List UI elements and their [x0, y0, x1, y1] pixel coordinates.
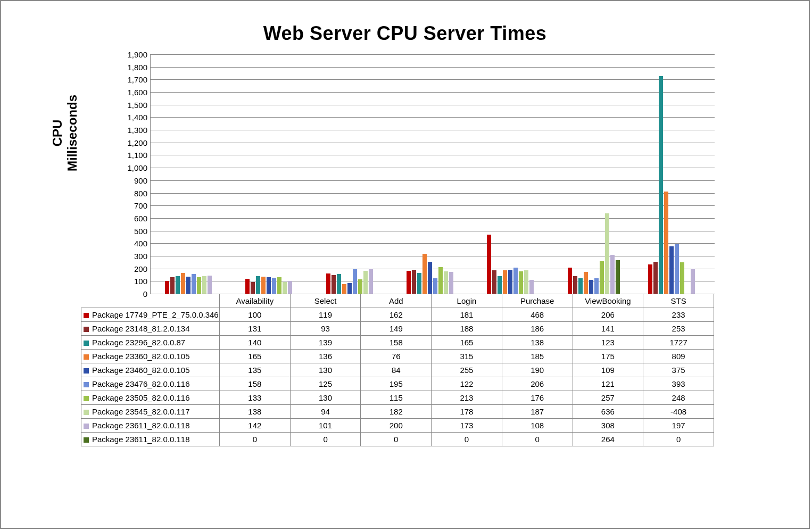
data-cell: 186: [502, 322, 573, 336]
bar: [664, 192, 668, 294]
bar: [529, 280, 534, 294]
data-cell: 100: [220, 308, 291, 322]
data-cell: 165: [220, 350, 291, 363]
data-cell: 140: [220, 336, 291, 350]
y-tick-label: 1,900: [121, 50, 147, 59]
data-cell: 136: [290, 350, 361, 363]
bar: [407, 271, 411, 294]
bar: [422, 254, 427, 294]
data-cell: 233: [643, 308, 714, 322]
y-tick-label: 1,600: [121, 88, 147, 97]
data-cell: 188: [432, 322, 502, 336]
bar: [589, 280, 593, 294]
legend-swatch-icon: [84, 424, 89, 429]
data-cell: 131: [220, 322, 291, 336]
data-cell: 133: [220, 391, 291, 405]
data-cell: 115: [361, 391, 432, 405]
series-label-text: Package 23476_82.0.0.116: [92, 379, 190, 388]
chart-area: CPU Milliseconds 01002003004005006007008…: [81, 54, 793, 517]
bar: [659, 76, 663, 294]
bar: [513, 268, 518, 294]
bar: [428, 262, 432, 294]
data-cell: 0: [502, 433, 573, 446]
data-cell: 308: [573, 419, 643, 433]
data-cell: 138: [502, 336, 573, 350]
data-cell: 175: [573, 350, 643, 363]
category-group: [553, 54, 634, 294]
bar: [605, 213, 609, 294]
bar: [256, 276, 260, 294]
bar: [600, 261, 604, 294]
table-corner-cell: [81, 294, 220, 308]
data-cell: 135: [220, 363, 291, 377]
legend-swatch-icon: [84, 313, 89, 318]
bar: [337, 274, 341, 294]
series-label-cell: Package 23360_82.0.0.105: [81, 350, 220, 363]
bar: [277, 277, 281, 294]
legend-swatch-icon: [84, 354, 89, 360]
series-label-text: Package 23611_82.0.0.118: [92, 421, 190, 430]
bar: [433, 278, 437, 294]
bar: [584, 272, 588, 294]
y-tick-label: 900: [121, 176, 147, 185]
y-tick-label: 1,200: [121, 138, 147, 147]
bar: [165, 281, 169, 294]
series-label-cell: Package 23460_82.0.0.105: [81, 363, 220, 377]
category-group: [312, 54, 392, 294]
bar: [245, 279, 250, 294]
category-header-cell: Purchase: [502, 294, 573, 308]
data-cell: 315: [432, 350, 502, 363]
table-row: Package 23611_82.0.0.1181421012001731083…: [81, 419, 714, 433]
data-cell: 0: [432, 433, 502, 446]
bar: [594, 278, 599, 294]
data-cell: 130: [290, 391, 361, 405]
category-group: [151, 54, 231, 294]
data-cell: 121: [573, 377, 643, 391]
data-cell: 84: [361, 363, 432, 377]
bar: [326, 273, 330, 294]
series-label-text: Package 23505_82.0.0.116: [92, 393, 190, 402]
y-tick-label: 700: [121, 201, 147, 210]
y-tick-label: 1,100: [121, 151, 147, 160]
series-label-cell: Package 23611_82.0.0.118: [81, 419, 220, 433]
bar: [353, 269, 357, 294]
series-label-cell: Package 23476_82.0.0.116: [81, 377, 220, 391]
data-cell: 178: [432, 405, 502, 419]
data-cell: 101: [290, 419, 361, 433]
bar: [444, 271, 448, 294]
y-tick-label: 800: [121, 188, 147, 197]
bar: [176, 276, 180, 294]
data-cell: 0: [643, 433, 714, 446]
bar: [616, 260, 620, 294]
y-tick-label: 1,500: [121, 100, 147, 109]
data-cell: 809: [643, 350, 714, 363]
legend-swatch-icon: [84, 341, 89, 346]
series-label-cell: Package 23545_82.0.0.117: [81, 405, 220, 419]
data-cell: 158: [220, 377, 291, 391]
data-cell: 181: [432, 308, 502, 322]
table-row: Package 23148_81.2.0.1341319314918818614…: [81, 322, 714, 336]
y-tick-label: 500: [121, 226, 147, 235]
data-cell: 1727: [643, 336, 714, 350]
series-label-text: Package 23460_82.0.0.105: [92, 366, 190, 375]
data-cell: 190: [502, 363, 573, 377]
bar: [669, 246, 674, 294]
series-label-text: Package 17749_PTE_2_75.0.0.346: [92, 310, 219, 319]
data-cell: 253: [643, 322, 714, 336]
series-label-cell: Package 23611_82.0.0.118: [81, 433, 220, 446]
data-cell: 125: [290, 377, 361, 391]
category-header-cell: Select: [290, 294, 361, 308]
data-cell: 213: [432, 391, 502, 405]
data-cell: 138: [220, 405, 291, 419]
y-tick-label: 1,800: [121, 62, 147, 71]
y-tick-label: 400: [121, 239, 147, 248]
data-cell: 176: [502, 391, 573, 405]
table-row: Package 17749_PTE_2_75.0.0.3461001191621…: [81, 308, 714, 322]
category-header-cell: STS: [643, 294, 714, 308]
data-table: AvailabilitySelectAddLoginPurchaseViewBo…: [81, 294, 714, 446]
data-cell: 93: [290, 322, 361, 336]
data-cell: 197: [643, 419, 714, 433]
category-group: [634, 54, 715, 294]
data-cell: 130: [290, 363, 361, 377]
bar: [519, 271, 523, 294]
